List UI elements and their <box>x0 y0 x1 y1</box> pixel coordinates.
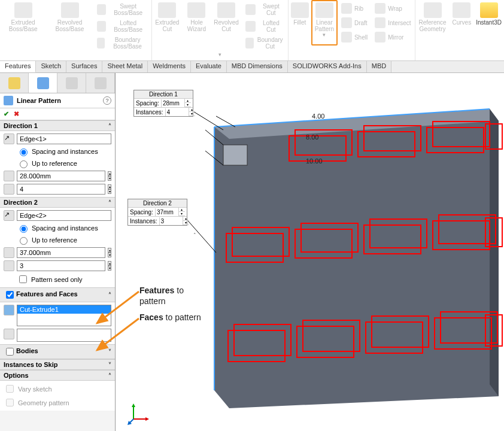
callout-d2-instances-input[interactable] <box>160 217 183 225</box>
lofted-cut-button[interactable]: Lofted Cut <box>242 18 288 35</box>
direction1-edge-input[interactable] <box>17 133 111 144</box>
boundary-cut-icon <box>245 38 254 48</box>
rib-button[interactable]: Rib <box>338 1 371 16</box>
cut-group-dropdown-icon[interactable]: ▾ <box>152 51 288 59</box>
dir2-spacing-spinner[interactable]: ▴▾ <box>108 248 111 257</box>
command-tabs: Features Sketch Surfaces Sheet Metal Wel… <box>0 61 504 73</box>
revolved-boss-icon <box>61 2 79 18</box>
callout-d2-spacing-input[interactable] <box>156 208 178 216</box>
section-bodies-header[interactable]: Bodies˅ <box>0 344 115 359</box>
tab-evaluate[interactable]: Evaluate <box>191 61 227 72</box>
dir2-spacing-radio[interactable]: Spacing and instances <box>4 223 111 233</box>
tab-surfaces[interactable]: Surfaces <box>66 61 102 72</box>
section-options-header[interactable]: Options˄ <box>0 370 115 381</box>
svg-rect-8 <box>358 132 415 157</box>
revolved-cut-button[interactable]: Revolved Cut <box>211 1 242 51</box>
callout-expand-icon[interactable]: ˄ <box>193 232 196 238</box>
dir2-instances-spinner[interactable]: ▴▾ <box>108 261 111 271</box>
dir2-reference-radio[interactable]: Up to reference <box>4 235 111 245</box>
panel-tab-configuration[interactable] <box>57 73 86 93</box>
section-direction1-header[interactable]: Direction 1˄ <box>0 120 115 131</box>
cancel-button[interactable]: ✖ <box>14 110 19 118</box>
lofted-boss-button[interactable]: Lofted Boss/Base <box>93 18 151 35</box>
callout-d1-spacing-input[interactable] <box>162 99 184 107</box>
dir1-spacing-radio[interactable]: Spacing and instances <box>4 147 111 156</box>
revolved-boss-button[interactable]: Revolved Boss/Base <box>46 1 93 51</box>
callout-direction1[interactable]: Direction 1 Spacing:▴▾ Instances:▴▾ <box>133 90 193 117</box>
spacing-d1-icon <box>4 171 14 181</box>
linear-pattern-button[interactable]: Linear Pattern▾ <box>311 0 338 45</box>
chevron-down-icon: ˅ <box>108 362 111 368</box>
instant3d-button[interactable]: Instant3D <box>473 1 504 34</box>
section-features-faces-header[interactable]: Features and Faces˄ <box>0 287 115 302</box>
svg-rect-24 <box>297 326 354 357</box>
callout-d1-instances-spinner[interactable]: ▴▾ <box>189 108 195 116</box>
intersect-button[interactable]: Intersect <box>371 16 414 30</box>
dir2-spacing-input[interactable] <box>17 247 105 258</box>
dimension-b: 8.00 <box>306 133 318 141</box>
tab-mbd[interactable]: MBD <box>367 61 391 72</box>
section-direction2-header[interactable]: Direction 2˄ <box>0 197 115 208</box>
callout-d2-spacing-spinner[interactable]: ▴▾ <box>178 208 185 216</box>
reverse-direction1-icon[interactable]: ↗ <box>4 133 14 144</box>
pm-header: Linear Pattern ? <box>0 93 115 108</box>
callout-d2-instances-spinner[interactable]: ▴▾ <box>183 217 189 225</box>
extruded-boss-button[interactable]: Extruded Boss/Base <box>0 1 46 51</box>
linear-pattern-dropdown-icon[interactable]: ▾ <box>323 32 326 38</box>
chevron-up-icon: ˄ <box>108 123 111 129</box>
dir1-spacing-spinner[interactable]: ▴▾ <box>108 171 111 181</box>
shell-button[interactable]: Shell <box>338 30 371 44</box>
features-to-pattern-list[interactable]: Cut-Extrude1 <box>17 305 111 326</box>
ok-button[interactable]: ✔ <box>4 110 9 118</box>
geometry-pattern-checkbox[interactable]: Geometry pattern <box>4 397 111 408</box>
wrap-button[interactable]: Wrap <box>371 1 414 16</box>
tab-weldments[interactable]: Weldments <box>148 61 191 72</box>
chevron-up-icon: ˄ <box>108 372 111 379</box>
swept-cut-button[interactable]: Swept Cut <box>242 1 288 18</box>
annotation-features: Features to pattern <box>139 285 205 306</box>
view-triad[interactable] <box>127 401 151 425</box>
section-instances-skip-header[interactable]: Instances to Skip˅ <box>0 359 115 370</box>
hole-wizard-button[interactable]: Hole Wizard <box>183 1 211 51</box>
fillet-button[interactable]: Fillet <box>289 1 311 44</box>
fillet-icon <box>291 2 309 18</box>
mirror-button[interactable]: Mirror <box>371 30 414 44</box>
curves-button[interactable]: Curves <box>450 1 474 34</box>
draft-button[interactable]: Draft <box>338 16 371 30</box>
dir2-instances-input[interactable] <box>17 260 105 271</box>
tab-solidworks-addins[interactable]: SOLIDWORKS Add-Ins <box>288 61 367 72</box>
tab-mbd-dimensions[interactable]: MBD Dimensions <box>227 61 288 72</box>
help-icon[interactable]: ? <box>103 96 111 105</box>
swept-boss-button[interactable]: Swept Boss/Base <box>93 1 151 18</box>
tab-sketch[interactable]: Sketch <box>36 61 66 72</box>
wrap-icon <box>375 3 385 14</box>
ribbon-group-reference: Reference Geometry Curves Instant3D <box>415 0 504 60</box>
dir1-instances-spinner[interactable]: ▴▾ <box>108 184 111 194</box>
svg-marker-37 <box>132 403 135 407</box>
vary-sketch-checkbox[interactable]: Vary sketch <box>4 383 111 394</box>
panel-tab-dimxpert[interactable] <box>86 73 115 93</box>
panel-tab-feature-tree[interactable] <box>0 73 29 93</box>
dir1-reference-radio[interactable]: Up to reference <box>4 159 111 168</box>
intersect-icon <box>375 17 385 28</box>
panel-tab-property-manager[interactable] <box>29 73 57 93</box>
svg-rect-17 <box>364 225 421 254</box>
extruded-cut-button[interactable]: Extruded Cut <box>152 1 182 51</box>
tab-sheet-metal[interactable]: Sheet Metal <box>102 61 148 72</box>
callout-direction2[interactable]: Direction 2 Spacing:▴▾ Instances:▴▾ <box>127 199 187 226</box>
reference-geometry-button[interactable]: Reference Geometry <box>415 1 450 34</box>
boundary-boss-button[interactable]: Boundary Boss/Base <box>93 35 151 51</box>
pattern-seed-only-checkbox[interactable]: Pattern seed only <box>4 274 111 285</box>
graphics-viewport[interactable]: 4.00 8.00 10.00 Direction 1 Spacing:▴▾ I… <box>116 73 504 431</box>
dir1-spacing-input[interactable] <box>17 171 105 181</box>
direction2-edge-input[interactable] <box>17 210 111 221</box>
reverse-direction2-icon[interactable]: ↗ <box>4 210 14 221</box>
boundary-cut-button[interactable]: Boundary Cut <box>242 35 288 51</box>
tab-features[interactable]: Features <box>0 61 36 72</box>
callout-d1-instances-input[interactable] <box>166 108 189 116</box>
dir1-instances-input[interactable] <box>17 184 105 195</box>
callout-d1-spacing-spinner[interactable]: ▴▾ <box>184 99 191 107</box>
feature-item-cut-extrude1[interactable]: Cut-Extrude1 <box>17 305 111 314</box>
section-features-faces-body: Cut-Extrude1 <box>0 302 115 344</box>
faces-to-pattern-list[interactable] <box>17 329 111 342</box>
